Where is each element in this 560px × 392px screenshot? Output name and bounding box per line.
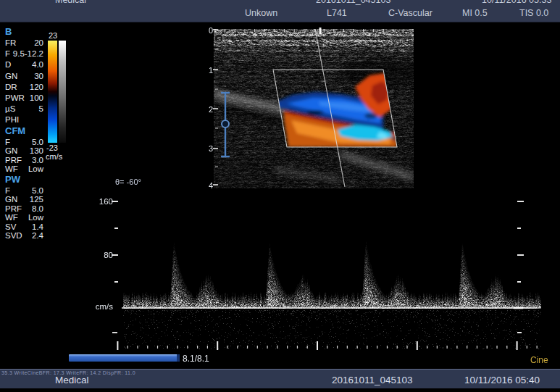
- mi-value: MI 0.5: [462, 8, 488, 18]
- top-bar: Medical 20161011_045103 10/11/2016 05:33…: [0, 0, 560, 22]
- spectrum-scale-80: 80: [93, 251, 113, 259]
- depth-mark-0: 0: [204, 26, 213, 35]
- footer-datetime: 10/11/2016 05:40: [464, 375, 540, 385]
- footer-exam-id: 20161011_045103: [332, 375, 413, 385]
- tis-value: TIS 0.0: [519, 8, 548, 18]
- depth-mark-4: 4: [204, 181, 213, 190]
- param-row: PWR100: [5, 93, 43, 104]
- patient-name: Unkown: [245, 8, 277, 18]
- facility-name: Medical: [55, 0, 86, 5]
- param-row: F5.0: [5, 138, 43, 146]
- param-row: F9.5-12.2: [5, 49, 43, 60]
- depth-mark-2: 2: [204, 105, 213, 114]
- probe-model: L741: [327, 8, 347, 18]
- footer-facility: Medical: [55, 375, 89, 385]
- ultrasound-screen: Medical 20161011_045103 10/11/2016 05:33…: [0, 0, 560, 392]
- b-mode-params: B FR20 F9.5-12.2 D4.0 GN30 DR120 PWR100 …: [5, 27, 43, 127]
- param-row: µS5: [5, 104, 43, 115]
- depth-mark-3: 3: [204, 144, 213, 153]
- grayscale-bar: [59, 41, 66, 143]
- doppler-angle-label: θ= -60°: [115, 178, 141, 186]
- param-row: WFLow: [5, 164, 43, 173]
- param-row: DR120: [5, 83, 43, 93]
- bottom-bar: 35.3 WriteCineBFR: 17.3 WriteFR: 14.2 Di…: [0, 369, 560, 388]
- color-doppler-scale-bar: [48, 41, 57, 143]
- spectral-doppler-trace: [120, 196, 543, 351]
- param-row: GN125: [5, 195, 43, 204]
- cfm-params: CFM F5.0 GN130 PRF3.0 WFLow: [5, 126, 43, 174]
- pw-params: PW F5.0 GN125 PRF8.0 WFLow SV1.4 SVD2.4: [5, 175, 43, 240]
- param-row: D4.0: [5, 60, 43, 71]
- param-row: SVD2.4: [5, 231, 43, 240]
- datetime: 10/11/2016 05:33: [482, 0, 551, 5]
- pw-header: PW: [5, 175, 43, 186]
- param-row: GN30: [5, 72, 43, 83]
- param-row: FR20: [5, 38, 43, 49]
- cine-frame-counter: 8.1/8.1: [183, 354, 209, 364]
- cine-mode-label: Cine: [530, 355, 548, 365]
- velocity-scale-unit: cm/s: [46, 152, 62, 161]
- param-row: GN130: [5, 146, 43, 155]
- velocity-scale-max: 23: [49, 31, 57, 40]
- cfm-header: CFM: [5, 126, 43, 138]
- bmode-image: [214, 29, 414, 188]
- b-mode-header: B: [5, 27, 43, 38]
- exam-preset: C-Vascular: [388, 8, 432, 18]
- cine-progress-bar[interactable]: [69, 354, 180, 362]
- velocity-scale-min: -23: [46, 143, 58, 152]
- param-row: SV1.4: [5, 222, 43, 231]
- depth-mark-1: 1: [204, 66, 213, 75]
- spectrum-scale-unit: cm/s: [88, 302, 113, 311]
- exam-id: 20161011_045103: [316, 0, 390, 5]
- spectrum-scale-160: 160: [93, 197, 113, 206]
- cine-progress-handle[interactable]: [177, 354, 180, 362]
- param-row: F5.0: [5, 186, 43, 195]
- param-row: PRF8.0: [5, 204, 43, 213]
- param-row: WFLow: [5, 213, 43, 222]
- param-row: PRF3.0: [5, 156, 43, 164]
